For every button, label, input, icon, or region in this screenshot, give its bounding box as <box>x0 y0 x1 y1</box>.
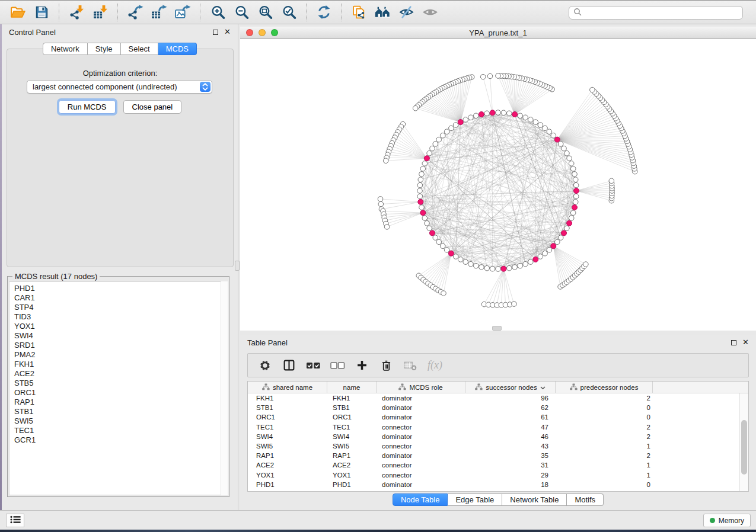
mcds-result-item[interactable]: TID3 <box>14 312 227 322</box>
close-panel-icon[interactable]: ✕ <box>224 29 231 35</box>
select-all-columns-icon[interactable] <box>302 355 324 376</box>
hide-selected-icon[interactable] <box>394 3 418 22</box>
table-row[interactable]: TEC1TEC1connector472 <box>248 422 748 432</box>
minimize-window-icon[interactable] <box>259 29 266 36</box>
open-file-icon[interactable] <box>6 3 30 22</box>
table-cell: connector <box>377 462 465 469</box>
control-panel: Control Panel ✕ NetworkStyleSelectMCDS O… <box>2 24 238 510</box>
export-network-icon[interactable] <box>123 3 147 22</box>
mcds-result-item[interactable]: SWI4 <box>14 331 227 341</box>
table-row[interactable]: ACE2ACE2connector311 <box>248 460 748 470</box>
table-cell: SWI5 <box>327 443 377 450</box>
close-panel-button[interactable]: Close panel <box>123 100 182 114</box>
mcds-result-item[interactable]: STP4 <box>14 303 227 312</box>
split-divider-handle-horizontal[interactable] <box>492 326 502 331</box>
tab-node-table[interactable]: Node Table <box>393 493 448 506</box>
table-row[interactable]: PHD1PHD1dominator180 <box>248 480 748 489</box>
mcds-result-list[interactable]: PHD1CAR1STP4TID3YOX1SWI4SRD1PMA2FKH1ACE2… <box>9 281 228 495</box>
tab-select[interactable]: Select <box>121 43 158 55</box>
table-cell: SWI5 <box>248 443 327 450</box>
table-row[interactable]: FKH1FKH1dominator962 <box>248 393 748 403</box>
table-scrollbar[interactable] <box>739 393 748 491</box>
network-window: YPA_prune.txt_1 <box>240 27 756 331</box>
add-column-icon[interactable] <box>351 355 373 376</box>
column-header-MCDS-role[interactable]: MCDS role <box>377 382 465 393</box>
column-header-shared-name[interactable]: shared name <box>248 382 327 393</box>
table-cell: TEC1 <box>248 424 327 431</box>
table-row[interactable]: YOX1YOX1connector291 <box>248 470 748 480</box>
search-box[interactable] <box>569 6 743 20</box>
mcds-result-item[interactable]: TEC1 <box>14 426 227 435</box>
zoom-selected-icon[interactable] <box>277 3 301 22</box>
clone-network-icon[interactable] <box>347 3 371 22</box>
zoom-in-icon[interactable] <box>206 3 229 22</box>
zoom-fit-icon[interactable] <box>253 3 277 22</box>
table-row[interactable]: ORC1ORC1dominator610 <box>248 412 748 422</box>
memory-button[interactable]: Memory <box>703 514 751 527</box>
column-header-predecessor-nodes[interactable]: predecessor nodes <box>556 382 653 393</box>
import-table-icon[interactable] <box>88 3 112 22</box>
network-canvas[interactable] <box>240 39 756 331</box>
table-cell: dominator <box>377 395 465 402</box>
tree-column-icon <box>475 383 483 392</box>
mcds-result-item[interactable]: PHD1 <box>14 284 227 293</box>
tab-edge-table[interactable]: Edge Table <box>448 493 502 506</box>
table-cell: dominator <box>377 404 465 411</box>
deselect-all-columns-icon[interactable] <box>327 355 349 376</box>
export-image-icon[interactable] <box>171 3 194 22</box>
zoom-out-icon[interactable] <box>229 3 253 22</box>
float-panel-icon[interactable] <box>213 30 218 35</box>
mcds-result-item[interactable]: PMA2 <box>14 350 227 360</box>
mcds-result-item[interactable]: STB5 <box>14 379 227 388</box>
settings-gear-icon[interactable] <box>254 355 276 376</box>
close-window-icon[interactable] <box>246 29 253 36</box>
show-hidden-icon <box>418 3 442 22</box>
column-header-successor-nodes[interactable]: successor nodes <box>465 382 556 393</box>
zoom-window-icon[interactable] <box>271 29 278 36</box>
network-window-titlebar[interactable]: YPA_prune.txt_1 <box>240 27 756 39</box>
import-network-icon[interactable] <box>65 3 88 22</box>
optimization-criterion-select[interactable]: largest connected component (undirected) <box>27 80 212 94</box>
save-session-icon[interactable] <box>30 3 53 22</box>
delete-column-icon[interactable] <box>375 355 397 376</box>
search-input[interactable] <box>584 8 742 17</box>
tab-network[interactable]: Network <box>43 43 88 55</box>
column-layout-icon[interactable] <box>278 355 300 376</box>
table-cell: 2 <box>556 395 653 402</box>
export-table-icon[interactable] <box>147 3 171 22</box>
tree-column-icon <box>570 383 578 392</box>
table-cell: ACE2 <box>248 462 327 469</box>
split-divider-handle-vertical[interactable] <box>235 261 240 271</box>
network-overview-icon[interactable] <box>371 3 394 22</box>
mcds-result-item[interactable]: GCR1 <box>14 435 227 445</box>
mcds-result-item[interactable]: SWI5 <box>14 416 227 426</box>
table-row[interactable]: RAP1RAP1dominator352 <box>248 451 748 460</box>
mcds-result-item[interactable]: ORC1 <box>14 388 227 398</box>
mcds-result-item[interactable]: ACE2 <box>14 369 227 379</box>
tab-mcds[interactable]: MCDS <box>158 43 197 55</box>
mcds-result-item[interactable]: YOX1 <box>14 322 227 331</box>
table-row[interactable]: STB1STB1dominator620 <box>248 403 748 412</box>
float-table-panel-icon[interactable] <box>731 340 736 345</box>
table-scrollbar-thumb[interactable] <box>741 420 747 475</box>
mcds-result-item[interactable]: CAR1 <box>14 293 227 303</box>
task-history-button[interactable] <box>6 514 24 527</box>
table-cell: STB1 <box>327 404 377 411</box>
mcds-result-item[interactable]: STB1 <box>14 407 227 416</box>
update-network-icon[interactable] <box>312 3 336 22</box>
column-header-name[interactable]: name <box>327 382 377 393</box>
close-table-panel-icon[interactable]: ✕ <box>742 339 749 345</box>
tab-network-table[interactable]: Network Table <box>502 493 567 506</box>
mcds-result-scrollbar[interactable] <box>221 281 228 495</box>
mcds-result-item[interactable]: FKH1 <box>14 360 227 369</box>
mcds-result-item[interactable]: RAP1 <box>14 398 227 407</box>
tab-style[interactable]: Style <box>88 43 121 55</box>
search-icon <box>573 8 582 18</box>
mcds-result-item[interactable]: SRD1 <box>14 341 227 350</box>
run-mcds-button[interactable]: Run MCDS <box>59 100 116 114</box>
tab-motifs[interactable]: Motifs <box>567 493 604 506</box>
table-row[interactable]: SWI5SWI5connector431 <box>248 441 748 451</box>
tree-column-icon <box>398 383 406 392</box>
table-row[interactable]: SWI4SWI4dominator462 <box>248 432 748 441</box>
table-cell: 96 <box>465 395 556 402</box>
